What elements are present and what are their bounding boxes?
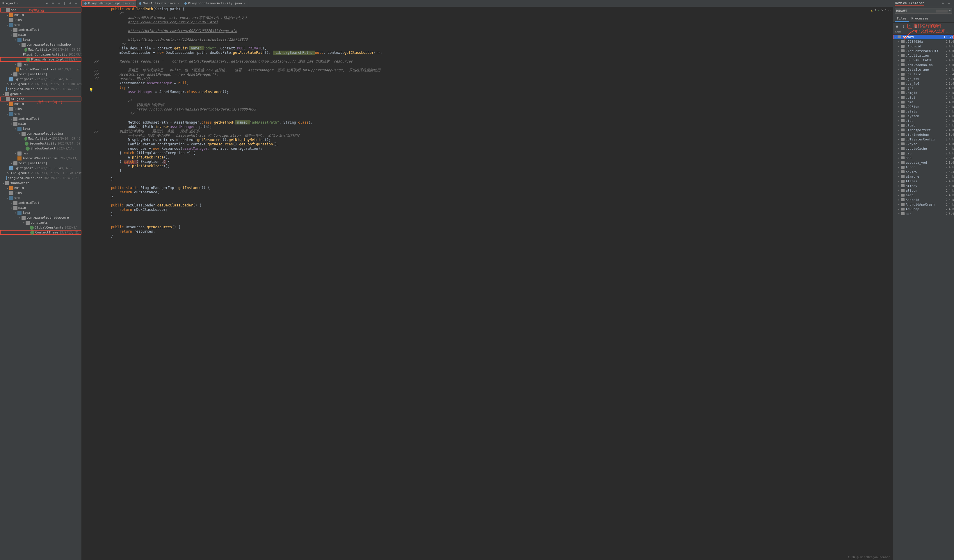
device-tree-item[interactable]: ▸.7934039a23.4 [893,39,954,44]
tree-item[interactable]: GlobalConstants2023/9/ [0,225,81,230]
tree-item[interactable]: androidTest [0,116,81,121]
device-settings-icon[interactable]: ⚙ [941,1,945,6]
tree-item[interactable]: com.example.plugina [0,131,81,136]
tree-item[interactable]: PluginContainerActivity2023/9/14 [0,52,81,57]
tree-item[interactable]: build.gradle2023/9/13, 21:35, 1.11 kB Ye… [0,82,81,87]
tree-item[interactable]: java [0,37,81,42]
tree-item[interactable]: shadowcore [0,180,81,185]
intention-bulb-icon[interactable]: 💡 [89,88,94,92]
sync-icon[interactable]: ⟳ [920,24,925,28]
tree-item[interactable]: build [0,101,81,106]
tree-item[interactable]: proguard-rules.pro2023/9/13, 18:49, 750 [0,176,81,180]
code-editor[interactable]: public void loadPath(String path) { /* a… [81,7,893,560]
device-tree-item[interactable]: ▸Adhoc24 k [893,165,954,170]
tree-item[interactable]: libs [0,190,81,195]
device-tree-item[interactable]: ▸.vbyteCache24 k [893,146,954,151]
device-tree-item[interactable]: ▸.omgid24 k [893,90,954,95]
device-tree-item[interactable]: ▸airmore24 k [893,174,954,179]
collapse-icon[interactable]: ⇲ [56,1,61,6]
device-tree-item[interactable]: ▸.Application24 k [893,53,954,58]
col-name[interactable]: Name [895,31,938,34]
device-tree-item[interactable]: ▸amap24 k [893,193,954,198]
device-tree-item[interactable]: ▸.BD_SAPI_CACHE24 k [893,58,954,62]
device-tree-item[interactable]: ▸.gs_file23.4 [893,72,954,76]
device-tree-item[interactable]: ▸.com.taobao.dp24 k [893,62,954,67]
device-tree-item[interactable]: ▸accdata_vod23.4 [893,160,954,165]
device-tree-item[interactable]: ▸.UTSystemConfig24 k [893,137,954,142]
device-tree-item[interactable]: ▸aliyun24 k [893,188,954,193]
tree-item[interactable]: proguard-rules.pro2023/9/13, 18:42, 750 [0,87,81,92]
processes-tab[interactable]: Processes [909,16,931,22]
code-body[interactable]: public void loadPath(String path) { /* a… [93,7,893,560]
tree-item[interactable]: androidTest [0,200,81,205]
tree-item[interactable]: main [0,121,81,126]
device-tree-item[interactable]: ▸alipay24 k [893,184,954,188]
device-tree-item[interactable]: ▸ANRSnap24 k [893,207,954,212]
tree-item[interactable]: libs [0,17,81,22]
device-tree-item[interactable]: ▸AndroidAppCrash24 k [893,202,954,207]
tree-item[interactable]: test [unitTest] [0,72,81,77]
tree-item[interactable]: libs [0,106,81,111]
close-tab-icon[interactable]: × [244,2,246,5]
device-tree-item[interactable]: ▸.DataStorage24 k [893,67,954,72]
tree-item[interactable]: src [0,111,81,116]
device-selector[interactable]: HUAWEI▾ [893,7,954,15]
close-tab-icon[interactable]: × [178,2,179,5]
device-tree-item[interactable]: ▸.gs_fs623.4 [893,81,954,86]
tree-item[interactable]: MainActivity2023/9/14, 09:40 [0,136,81,141]
tree-item[interactable]: androidTest [0,27,81,32]
hide-icon[interactable]: — [74,1,78,6]
tree-item[interactable]: com.example.shadowcore [0,215,81,220]
device-tree-item[interactable]: ▸.gs_fs023.4 [893,76,954,81]
device-tree-item[interactable]: ▸.tomb24 k [893,123,954,128]
tree-item[interactable]: build [0,185,81,190]
device-file-tree[interactable]: ▾sdcard1!21▸.7934039a23.4▸.Android24 k▸.… [893,34,954,560]
tree-item[interactable]: build.gradle2023/9/13, 21:35, 1.1 kB Yes… [0,171,81,176]
tree-item[interactable]: test [unitTest] [0,161,81,166]
tree-item[interactable]: gradle [0,92,81,96]
download-icon[interactable]: ⭳ [901,24,906,28]
tree-item[interactable]: build [0,12,81,17]
device-tree-item[interactable]: ▸.jds24 k [893,86,954,90]
tree-item[interactable]: app [0,8,81,12]
device-hide-icon[interactable]: — [946,1,951,6]
close-tab-icon[interactable]: × [132,2,134,5]
tree-item[interactable]: .gitignore2023/9/13, 18:42, 6 B [0,77,81,82]
device-tree-item[interactable]: ▸.vbyte24 k [893,142,954,146]
tree-item[interactable]: .gitignore2023/9/13, 18:49, 6 B [0,166,81,171]
tree-item[interactable]: SecondActivity2023/9/14, 09 [0,141,81,146]
tree-item[interactable]: src [0,195,81,200]
tree-item[interactable]: plugina [0,96,81,101]
device-tree-item[interactable]: ▸.stats24 k [893,109,954,114]
tree-item[interactable]: ShadowContext2023/9/14, [0,146,81,151]
device-tree-item[interactable]: ▸.turingdebug23.4 [893,132,954,137]
device-tree-item[interactable]: ▸36023.4 [893,156,954,160]
checks-icon[interactable]: ✓ [878,9,879,12]
device-tree-item[interactable]: ▸.qmt24 k [893,100,954,104]
locate-icon[interactable]: ⊕ [45,1,50,6]
device-tree-item[interactable]: ▾apk23.4 [893,212,954,216]
tree-item[interactable]: res [0,151,81,156]
col-3[interactable]: … [946,31,952,34]
device-tree-item[interactable]: ▸.zp24 k [893,151,954,156]
upload-icon[interactable]: ⭱ [907,24,912,28]
editor-more-icon[interactable]: ⋮ [888,9,892,12]
tree-item[interactable]: MainActivity2023/9/14, 09:56 [0,47,81,52]
tree-item[interactable]: main [0,32,81,37]
device-tree-item[interactable]: ▸.qiyi24 k [893,95,954,100]
tree-item[interactable]: ContextTheme23/9/13, 21 [0,230,81,235]
device-tree-item[interactable]: ▸Alarms24 k [893,179,954,184]
device-tree-item[interactable]: ▸.AppCenterWebBuff24 k [893,48,954,53]
device-tree-item[interactable]: ▾sdcard1!21 [893,34,954,39]
editor-tab[interactable]: PluginContainerActivity.java× [182,0,248,7]
editor-tab[interactable]: MainActivity.java× [137,0,182,7]
tree-item[interactable]: res [0,62,81,67]
tree-item[interactable]: src [0,22,81,27]
settings-icon[interactable]: ⚙ [68,1,73,6]
files-tab[interactable]: Files [895,16,909,22]
tree-item[interactable]: java [0,126,81,131]
tree-item[interactable]: java [0,210,81,215]
device-tree-item[interactable]: ▸.Android24 k [893,44,954,48]
tree-item[interactable]: AndroidManifest.xml2023/9/13, [0,156,81,161]
col-2[interactable]: … [938,31,946,34]
